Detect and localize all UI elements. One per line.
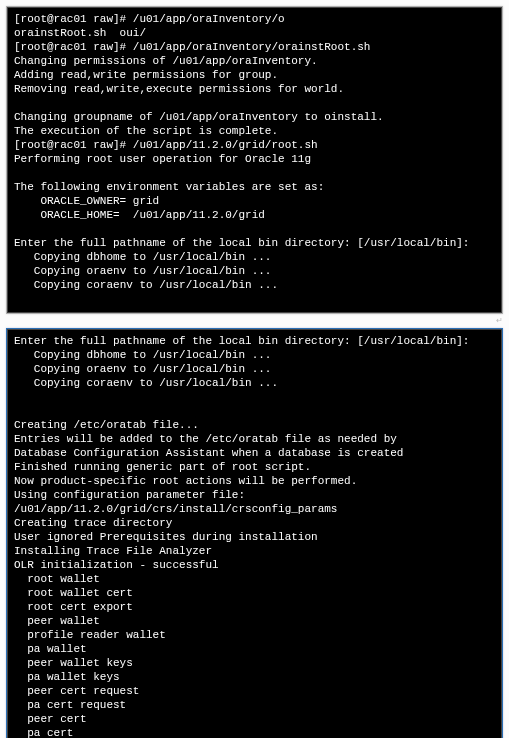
terminal-line: Copying coraenv to /usr/local/bin ... — [14, 376, 495, 390]
terminal-line: pa cert — [14, 726, 495, 738]
terminal-line — [14, 390, 495, 404]
terminal-line: root wallet — [14, 572, 495, 586]
terminal-line: Changing groupname of /u01/app/oraInvent… — [14, 110, 495, 124]
terminal-line: Creating trace directory — [14, 516, 495, 530]
terminal-line: Enter the full pathname of the local bin… — [14, 236, 495, 250]
terminal-line: Installing Trace File Analyzer — [14, 544, 495, 558]
terminal-line: Copying coraenv to /usr/local/bin ... — [14, 278, 495, 292]
terminal-line: Now product-specific root actions will b… — [14, 474, 495, 488]
terminal-line: OLR initialization - successful — [14, 558, 495, 572]
terminal-line: Enter the full pathname of the local bin… — [14, 334, 495, 348]
terminal-output-1: [root@rac01 raw]# /u01/app/oraInventory/… — [7, 7, 502, 313]
terminal-line: Adding read,write permissions for group. — [14, 68, 495, 82]
terminal-line: The following environment variables are … — [14, 180, 495, 194]
terminal-line: Using configuration parameter file: /u01… — [14, 488, 495, 516]
terminal-line: [root@rac01 raw]# /u01/app/oraInventory/… — [14, 40, 495, 54]
terminal-line: peer wallet keys — [14, 656, 495, 670]
terminal-line: profile reader wallet — [14, 628, 495, 642]
terminal-line: pa wallet keys — [14, 670, 495, 684]
terminal-line: Creating /etc/oratab file... — [14, 418, 495, 432]
terminal-line — [14, 222, 495, 236]
terminal-line: pa cert request — [14, 698, 495, 712]
terminal-line: peer wallet — [14, 614, 495, 628]
terminal-line: pa wallet — [14, 642, 495, 656]
terminal-line: Copying dbhome to /usr/local/bin ... — [14, 348, 495, 362]
terminal-line — [14, 292, 495, 306]
terminal-line: ORACLE_OWNER= grid — [14, 194, 495, 208]
terminal-block-1: [root@rac01 raw]# /u01/app/oraInventory/… — [6, 6, 503, 314]
terminal-line: Copying oraenv to /usr/local/bin ... — [14, 362, 495, 376]
terminal-line: [root@rac01 raw]# /u01/app/oraInventory/… — [14, 12, 495, 26]
terminal-line: Performing root user operation for Oracl… — [14, 152, 495, 166]
terminal-line: Entries will be added to the /etc/oratab… — [14, 432, 495, 446]
terminal-line: The execution of the script is complete. — [14, 124, 495, 138]
terminal-line: root wallet cert — [14, 586, 495, 600]
terminal-line: Copying oraenv to /usr/local/bin ... — [14, 264, 495, 278]
terminal-line: Copying dbhome to /usr/local/bin ... — [14, 250, 495, 264]
terminal-line: Removing read,write,execute permissions … — [14, 82, 495, 96]
terminal-output-2: Enter the full pathname of the local bin… — [7, 329, 502, 738]
terminal-line: Finished running generic part of root sc… — [14, 460, 495, 474]
terminal-line: peer cert request — [14, 684, 495, 698]
terminal-line: orainstRoot.sh oui/ — [14, 26, 495, 40]
terminal-line — [14, 96, 495, 110]
terminal-line — [14, 404, 495, 418]
terminal-line: peer cert — [14, 712, 495, 726]
terminal-line: root cert export — [14, 600, 495, 614]
terminal-line — [14, 166, 495, 180]
page-corner-mark-1: ↵ — [6, 316, 503, 324]
terminal-line: User ignored Prerequisites during instal… — [14, 530, 495, 544]
terminal-line: Database Configuration Assistant when a … — [14, 446, 495, 460]
terminal-line: ORACLE_HOME= /u01/app/11.2.0/grid — [14, 208, 495, 222]
terminal-block-2: Enter the full pathname of the local bin… — [6, 328, 503, 738]
terminal-line: Changing permissions of /u01/app/oraInve… — [14, 54, 495, 68]
terminal-line: [root@rac01 raw]# /u01/app/11.2.0/grid/r… — [14, 138, 495, 152]
